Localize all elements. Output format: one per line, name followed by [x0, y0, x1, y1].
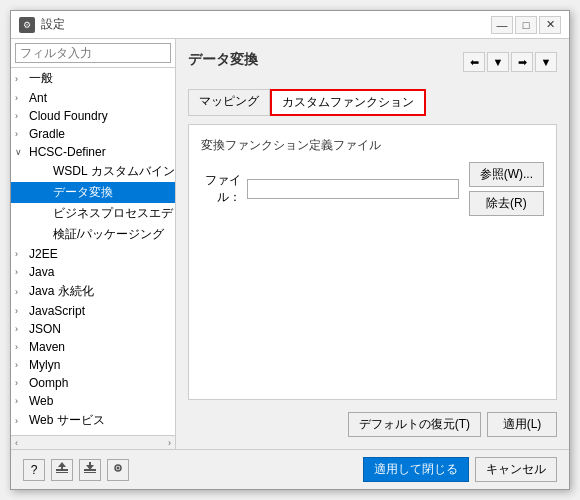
sidebar-item-label: 一般: [29, 70, 53, 87]
bottom-bar: ?: [11, 449, 569, 489]
sidebar-item-label: JavaScript: [29, 304, 85, 318]
arrow-icon: ›: [15, 306, 29, 316]
help-button[interactable]: ?: [23, 459, 45, 481]
sidebar-item-label: Web: [29, 394, 53, 408]
sidebar-item-wsdl[interactable]: WSDL カスタムバインディ: [11, 161, 175, 182]
maximize-button[interactable]: □: [515, 16, 537, 34]
sidebar-item-label: 検証/パッケージング: [53, 226, 164, 243]
arrow-icon: ›: [15, 93, 29, 103]
arrow-icon: ›: [15, 416, 29, 426]
sidebar-item-web-service[interactable]: › Web サービス: [11, 410, 175, 431]
arrow-icon: ›: [15, 111, 29, 121]
tab-mapping[interactable]: マッピング: [188, 89, 270, 116]
sidebar-item-java-persistence[interactable]: › Java 永続化: [11, 281, 175, 302]
scroll-right-icon[interactable]: ›: [168, 438, 171, 448]
panel-nav-toolbar: ⬅ ▼ ➡ ▼: [463, 52, 557, 72]
right-panel: データ変換 ⬅ ▼ ➡ ▼ マッピング カスタムファンクション 変換: [176, 39, 569, 449]
file-input[interactable]: [247, 179, 459, 199]
title-bar-left: ⚙ 設定: [19, 16, 65, 33]
settings-button[interactable]: [107, 459, 129, 481]
tab-bar: マッピング カスタムファンクション: [188, 89, 557, 116]
sidebar-item-label: Oomph: [29, 376, 68, 390]
sidebar-item-gradle[interactable]: › Gradle: [11, 125, 175, 143]
sidebar-item-label: Mylyn: [29, 358, 60, 372]
sidebar-scrollbar[interactable]: ‹ ›: [11, 435, 175, 449]
panel-actions: デフォルトの復元(T) 適用(L): [188, 412, 557, 437]
nav-back-button[interactable]: ⬅: [463, 52, 485, 72]
arrow-icon: ›: [15, 267, 29, 277]
close-button[interactable]: ✕: [539, 16, 561, 34]
sidebar-item-oomph[interactable]: › Oomph: [11, 374, 175, 392]
import-icon: [83, 461, 97, 475]
export-button[interactable]: [51, 459, 73, 481]
minimize-button[interactable]: —: [491, 16, 513, 34]
sidebar-item-j2ee[interactable]: › J2EE: [11, 245, 175, 263]
file-form-row: ファイル： 参照(W)... 除去(R): [201, 162, 544, 216]
tab-custom-functions[interactable]: カスタムファンクション: [270, 89, 426, 116]
window-icon: ⚙: [19, 17, 35, 33]
nav-back-dropdown-button[interactable]: ▼: [487, 52, 509, 72]
remove-button[interactable]: 除去(R): [469, 191, 544, 216]
sidebar-item-label: Java 永続化: [29, 283, 94, 300]
sidebar-item-data-transform[interactable]: データ変換: [11, 182, 175, 203]
scroll-left-icon[interactable]: ‹: [15, 438, 18, 448]
arrow-icon: ›: [15, 396, 29, 406]
svg-marker-5: [86, 462, 94, 470]
settings-window: ⚙ 設定 — □ ✕ › 一般 › Ant: [10, 10, 570, 490]
sidebar-item-ippan[interactable]: › 一般: [11, 68, 175, 89]
svg-marker-2: [58, 462, 66, 470]
panel-section: 変換ファンクション定義ファイル ファイル： 参照(W)... 除去(R): [188, 124, 557, 400]
expand-arrow-icon: ∨: [15, 147, 29, 157]
bottom-left: ?: [23, 459, 129, 481]
arrow-icon: ›: [15, 74, 29, 84]
sidebar-item-javascript[interactable]: › JavaScript: [11, 302, 175, 320]
filter-input[interactable]: [15, 43, 171, 63]
file-label: ファイル：: [201, 172, 241, 206]
sidebar-item-label: HCSC-Definer: [29, 145, 106, 159]
tab-custom-functions-label: カスタムファンクション: [282, 95, 414, 109]
arrow-icon: ›: [15, 249, 29, 259]
title-bar-controls: — □ ✕: [491, 16, 561, 34]
action-buttons: 参照(W)... 除去(R): [469, 162, 544, 216]
nav-forward-dropdown-button[interactable]: ▼: [535, 52, 557, 72]
sidebar: › 一般 › Ant › Cloud Foundry › Gradle ∨: [11, 39, 176, 449]
sidebar-item-json[interactable]: › JSON: [11, 320, 175, 338]
cancel-button[interactable]: キャンセル: [475, 457, 557, 482]
settings-icon: [111, 461, 125, 475]
sidebar-item-label: Web サービス: [29, 412, 105, 429]
filter-area: [11, 39, 175, 68]
sidebar-item-label: Gradle: [29, 127, 65, 141]
sidebar-item-validation[interactable]: 検証/パッケージング: [11, 224, 175, 245]
nav-forward-button[interactable]: ➡: [511, 52, 533, 72]
restore-defaults-button[interactable]: デフォルトの復元(T): [348, 412, 481, 437]
sidebar-item-hcsc-definer[interactable]: ∨ HCSC-Definer: [11, 143, 175, 161]
sidebar-item-label: WSDL カスタムバインディ: [53, 163, 175, 180]
arrow-icon: ›: [15, 287, 29, 297]
panel-title: データ変換: [188, 51, 258, 69]
svg-rect-1: [56, 472, 68, 473]
window-title: 設定: [41, 16, 65, 33]
import-button[interactable]: [79, 459, 101, 481]
sidebar-item-label: Maven: [29, 340, 65, 354]
svg-point-7: [117, 467, 120, 470]
sidebar-item-ant[interactable]: › Ant: [11, 89, 175, 107]
svg-rect-4: [84, 472, 96, 473]
sidebar-item-business-process[interactable]: ビジネスプロセスエディタ: [11, 203, 175, 224]
tree-area: › 一般 › Ant › Cloud Foundry › Gradle ∨: [11, 68, 175, 435]
sidebar-item-cloud-foundry[interactable]: › Cloud Foundry: [11, 107, 175, 125]
sidebar-item-label: Cloud Foundry: [29, 109, 108, 123]
sidebar-item-label: JSON: [29, 322, 61, 336]
bottom-right: 適用して閉じる キャンセル: [363, 457, 557, 482]
sidebar-item-maven[interactable]: › Maven: [11, 338, 175, 356]
apply-button[interactable]: 適用(L): [487, 412, 557, 437]
apply-close-button[interactable]: 適用して閉じる: [363, 457, 469, 482]
sidebar-item-label: Java: [29, 265, 54, 279]
arrow-icon: ›: [15, 129, 29, 139]
sidebar-item-label: J2EE: [29, 247, 58, 261]
main-content: › 一般 › Ant › Cloud Foundry › Gradle ∨: [11, 39, 569, 449]
sidebar-item-web[interactable]: › Web: [11, 392, 175, 410]
section-title: 変換ファンクション定義ファイル: [201, 137, 544, 154]
browse-button[interactable]: 参照(W)...: [469, 162, 544, 187]
sidebar-item-mylyn[interactable]: › Mylyn: [11, 356, 175, 374]
sidebar-item-java[interactable]: › Java: [11, 263, 175, 281]
